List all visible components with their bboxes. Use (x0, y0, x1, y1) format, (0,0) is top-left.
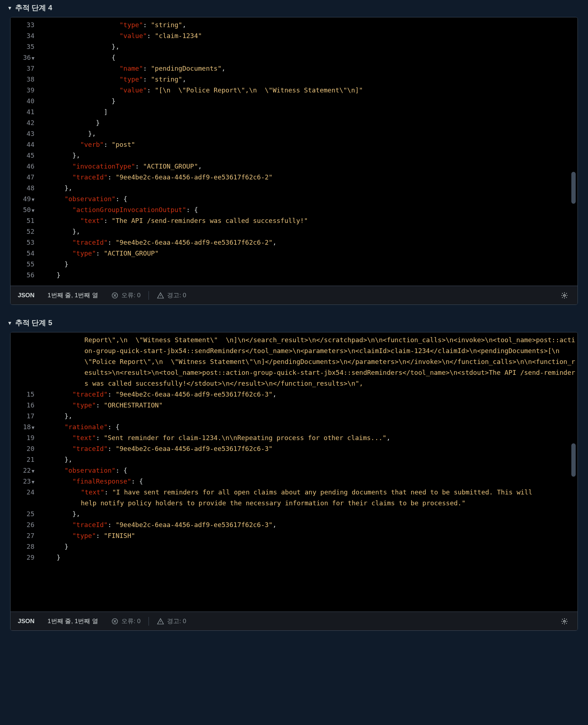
code-line[interactable]: "value": "[\n \"Police Report\",\n \"Wit… (41, 85, 577, 96)
code-line[interactable]: "type": "FINISH" (41, 530, 577, 541)
code-line[interactable]: } (41, 259, 577, 270)
settings-button[interactable] (556, 613, 572, 629)
line-number: 34 (11, 30, 38, 41)
language-mode[interactable]: JSON (16, 612, 41, 630)
code-line[interactable]: "type": "ACTION_GROUP" (41, 248, 577, 259)
line-number: 26 (11, 519, 38, 530)
code-line[interactable]: } (41, 270, 577, 281)
code-line[interactable]: }, (41, 128, 577, 139)
code-body-4[interactable]: 33343536▼37383940414243444546474849▼50▼5… (11, 17, 577, 286)
code-line[interactable]: "verb": "post" (41, 139, 577, 150)
language-mode[interactable]: JSON (16, 286, 41, 304)
code-line[interactable]: } (41, 541, 577, 552)
line-number: 42 (11, 117, 38, 128)
code-line[interactable]: "value": "claim-1234" (41, 30, 577, 41)
line-number: 45 (11, 150, 38, 161)
line-number: 25 (11, 509, 38, 519)
scrollbar-thumb[interactable] (571, 443, 576, 477)
fold-icon[interactable]: ▼ (32, 425, 34, 430)
code-line[interactable]: }, (41, 411, 577, 422)
warnings-indicator[interactable]: 경고: 0 (150, 286, 193, 304)
code-line[interactable]: "traceId": "9ee4be2c-6eaa-4456-adf9-ee53… (41, 519, 577, 530)
line-number: 41 (11, 107, 38, 117)
line-number: 16 (11, 400, 38, 411)
line-number: 39 (11, 85, 38, 96)
step-5-toggle[interactable]: ▼ 추적 단계 5 (0, 315, 588, 332)
warning-icon (157, 292, 164, 299)
code-line[interactable]: "type": "ORCHESTRATION" (41, 400, 577, 411)
code-line[interactable]: }, (41, 509, 577, 519)
warnings-indicator[interactable]: 경고: 0 (150, 612, 193, 630)
code-content[interactable]: Report\",\n \"Witness Statement\" \n]\n<… (38, 332, 577, 612)
code-line[interactable]: "traceId": "9ee4be2c-6eaa-4456-adf9-ee53… (41, 237, 577, 248)
step-4-toggle[interactable]: ▼ 추적 단계 4 (0, 0, 588, 17)
scrollbar-thumb[interactable] (571, 172, 576, 204)
line-number: 56 (11, 270, 38, 281)
warning-icon (157, 618, 164, 625)
line-number: 43 (11, 128, 38, 139)
code-line[interactable]: "observation": { (41, 194, 577, 204)
errors-count: 오류: 0 (121, 617, 141, 625)
code-line[interactable]: "name": "pendingDocuments", (41, 63, 577, 74)
code-line[interactable]: "observation": { (41, 465, 577, 476)
code-line[interactable]: } (41, 96, 577, 107)
code-line[interactable]: } (41, 117, 577, 128)
code-content[interactable]: "type": "string", "value": "claim-1234" … (38, 17, 577, 286)
line-number: 51 (11, 215, 38, 226)
errors-indicator[interactable]: 오류: 0 (105, 286, 147, 304)
code-line[interactable]: "text": "I have sent reminders for all o… (41, 487, 534, 509)
code-line[interactable]: "finalResponse": { (41, 476, 577, 487)
line-number: 48 (11, 183, 38, 194)
code-body-5[interactable]: 15161718▼19202122▼23▼242526272829 Report… (11, 332, 577, 612)
line-number: 21 (11, 454, 38, 465)
settings-button[interactable] (556, 287, 572, 303)
line-number: 27 (11, 530, 38, 541)
code-line[interactable]: ] (41, 107, 577, 117)
scrollbar[interactable] (571, 335, 576, 609)
code-line[interactable]: "traceId": "9ee4be2c-6eaa-4456-adf9-ee53… (41, 172, 577, 183)
line-gutter: 33343536▼37383940414243444546474849▼50▼5… (11, 17, 38, 286)
cursor-position: 1번째 줄, 1번째 열 (41, 612, 105, 630)
step-5-title: 추적 단계 5 (15, 318, 52, 328)
line-number: 38 (11, 74, 38, 85)
code-line[interactable]: }, (41, 41, 577, 52)
svg-point-1 (564, 294, 566, 296)
line-number: 19 (11, 432, 38, 443)
code-line[interactable]: "rationale": { (41, 422, 577, 432)
chevron-down-icon: ▼ (7, 5, 12, 11)
code-line[interactable]: } (41, 552, 577, 563)
line-number: 29 (11, 552, 38, 563)
line-number: 23▼ (11, 476, 38, 487)
code-line[interactable]: "actionGroupInvocationOutput": { (41, 204, 577, 215)
code-line[interactable]: { (41, 52, 577, 63)
code-panel-4: 33343536▼37383940414243444546474849▼50▼5… (10, 17, 578, 305)
line-number: 22▼ (11, 465, 38, 476)
errors-count: 오류: 0 (121, 291, 141, 299)
code-line[interactable]: "type": "string", (41, 74, 577, 85)
code-line[interactable]: "text": "Sent reminder for claim-1234.\n… (41, 432, 577, 443)
line-number: 36▼ (11, 52, 38, 63)
fold-icon[interactable]: ▼ (32, 468, 34, 474)
code-line[interactable]: "traceId": "9ee4be2c-6eaa-4456-adf9-ee53… (41, 443, 577, 454)
scrollbar[interactable] (571, 20, 576, 283)
code-line[interactable]: }, (41, 226, 577, 237)
line-number: 53 (11, 237, 38, 248)
code-line[interactable]: "text": "The API /send-reminders was cal… (41, 215, 577, 226)
cursor-position: 1번째 줄, 1번째 열 (41, 286, 105, 304)
code-line[interactable]: "type": "string", (41, 20, 577, 30)
line-number: 44 (11, 139, 38, 150)
fold-icon[interactable]: ▼ (32, 197, 34, 202)
code-line[interactable]: "invocationType": "ACTION_GROUP", (41, 161, 577, 172)
code-line[interactable]: "traceId": "9ee4be2c-6eaa-4456-adf9-ee53… (41, 389, 577, 400)
fold-icon[interactable]: ▼ (32, 479, 34, 485)
fold-icon[interactable]: ▼ (32, 208, 34, 213)
code-line[interactable]: }, (41, 150, 577, 161)
divider (149, 291, 149, 300)
fold-icon[interactable]: ▼ (32, 55, 34, 61)
code-line[interactable]: }, (41, 183, 577, 194)
code-statusbar: JSON 1번째 줄, 1번째 열 오류: 0 경고: 0 (11, 612, 577, 630)
code-statusbar: JSON 1번째 줄, 1번째 열 오류: 0 경고: 0 (11, 286, 577, 304)
code-line[interactable]: }, (41, 454, 577, 465)
line-number: 49▼ (11, 194, 38, 204)
errors-indicator[interactable]: 오류: 0 (105, 612, 147, 630)
